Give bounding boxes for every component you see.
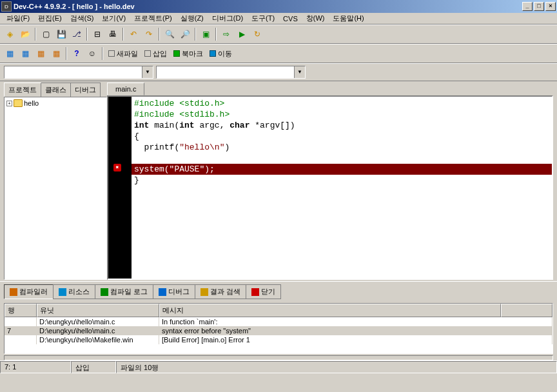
compile-run-icon[interactable]: ▶ xyxy=(235,27,249,41)
menu-file[interactable]: 파일(F) xyxy=(3,13,34,24)
status-lines: 파일의 10행 xyxy=(116,361,557,373)
grid-row[interactable]: D:\eungkyu\hello\Makefile.win [Build Err… xyxy=(5,335,552,344)
expand-icon[interactable]: + xyxy=(6,101,12,106)
separator xyxy=(35,28,36,41)
editor-tab-main[interactable]: main.c xyxy=(107,83,144,95)
combo-right[interactable] xyxy=(156,66,306,79)
code-line: int main(int argc, char *argv[]) xyxy=(134,120,552,131)
folder-icon xyxy=(14,99,23,107)
grid-row-selected[interactable]: 7 D:\eungkyu\hello\main.c syntax error b… xyxy=(5,326,552,335)
grid3-icon[interactable]: ▦ xyxy=(34,46,48,61)
undo-icon[interactable]: ↶ xyxy=(126,27,141,41)
newfile-button[interactable]: 새파일 xyxy=(106,49,141,59)
close-tab-icon xyxy=(251,288,259,296)
tree-root-node[interactable]: + hello xyxy=(6,99,105,108)
tab-close[interactable]: 닫기 xyxy=(246,284,281,299)
maximize-button[interactable]: □ xyxy=(534,2,544,11)
menu-view[interactable]: 보기(V) xyxy=(98,13,130,24)
compile-icon[interactable]: ▣ xyxy=(199,27,213,41)
code-line: } xyxy=(134,175,552,186)
menu-tools[interactable]: 도구(T) xyxy=(248,13,278,24)
menu-project[interactable]: 프로젝트(P) xyxy=(130,13,176,24)
tab-compiler[interactable]: 컴파일러 xyxy=(4,284,54,299)
window-controls: _ □ × xyxy=(522,2,556,11)
close-file-icon[interactable]: ⊟ xyxy=(90,27,104,41)
replace-icon[interactable]: 🔎 xyxy=(178,27,192,41)
status-position: 7: 1 xyxy=(0,361,71,373)
tab-log[interactable]: 컴파일 로그 xyxy=(95,284,153,299)
redo-icon[interactable]: ↷ xyxy=(142,27,156,41)
about-icon[interactable]: ☺ xyxy=(85,46,99,61)
print-icon[interactable]: 🖶 xyxy=(106,27,120,41)
menu-search[interactable]: 검색(S) xyxy=(66,13,98,24)
separator xyxy=(122,28,124,41)
combo-bar xyxy=(0,63,557,81)
code-line: printf("hello\n") xyxy=(134,142,552,153)
separator xyxy=(66,47,67,60)
window-title: Dev-C++ 4.9.9.2 - [ hello ] - hello.dev xyxy=(14,3,522,10)
header-msg[interactable]: 메시지 xyxy=(159,304,501,317)
bookmark-label: 북마크 xyxy=(182,49,203,59)
resource-icon xyxy=(59,288,66,296)
header-unit[interactable]: 유닛 xyxy=(37,304,159,317)
new-file-icon[interactable]: ▢ xyxy=(39,27,53,41)
code-line: #include <stdlib.h> xyxy=(134,109,552,120)
editor-gutter xyxy=(108,97,132,279)
tab-project[interactable]: 프로젝트 xyxy=(4,83,41,97)
new-project-icon[interactable]: ◈ xyxy=(3,27,17,41)
header-line[interactable]: 행 xyxy=(5,304,37,317)
project-tree[interactable]: + hello xyxy=(4,97,107,280)
status-mode: 삽입 xyxy=(71,361,116,373)
help-icon[interactable]: ? xyxy=(70,46,84,61)
separator xyxy=(102,47,103,60)
editor-tabs: main.c xyxy=(107,83,553,95)
separator xyxy=(195,28,196,41)
tab-class[interactable]: 클래스 xyxy=(41,83,71,97)
tab-debug[interactable]: 디버그 xyxy=(70,83,101,97)
rebuild-icon[interactable]: ↻ xyxy=(250,27,264,41)
code-editor[interactable]: #include <stdio.h> #include <stdlib.h> i… xyxy=(107,95,553,280)
code-line: #include <stdio.h> xyxy=(134,98,552,109)
code-line: { xyxy=(134,131,552,142)
log-icon xyxy=(101,288,108,296)
tab-debug-bottom[interactable]: 디버그 xyxy=(153,284,195,299)
grid-row-empty xyxy=(5,344,552,353)
grid4-icon[interactable]: ▦ xyxy=(49,46,63,61)
toolbar-main: ◈ 📂 ▢ 💾 ⎇ ⊟ 🖶 ↶ ↷ 🔍 🔎 ▣ ⇨ ▶ ↻ xyxy=(0,24,557,44)
compiler-output-grid[interactable]: 행 유닛 메시지 D:\eungkyu\hello\main.c In func… xyxy=(4,303,553,354)
insert-button[interactable]: 삽입 xyxy=(142,49,170,59)
menu-debug[interactable]: 디버그(D) xyxy=(208,13,247,24)
menu-window[interactable]: 창(W) xyxy=(302,13,329,24)
combo-left[interactable] xyxy=(4,66,153,79)
menu-run[interactable]: 실행(Z) xyxy=(177,13,208,24)
menu-help[interactable]: 도움말(H) xyxy=(329,13,367,24)
separator xyxy=(215,28,217,41)
scroll-area[interactable] xyxy=(4,355,553,360)
grid-row[interactable]: D:\eungkyu\hello\main.c In function `mai… xyxy=(5,317,552,326)
header-blank[interactable] xyxy=(501,304,552,317)
close-button[interactable]: × xyxy=(545,2,556,11)
editor-area: main.c #include <stdio.h> #include <stdl… xyxy=(107,83,553,280)
code-area[interactable]: #include <stdio.h> #include <stdlib.h> i… xyxy=(132,97,552,279)
tab-results[interactable]: 결과 검색 xyxy=(195,284,246,299)
find-icon[interactable]: 🔍 xyxy=(162,27,177,41)
grid1-icon[interactable]: ▦ xyxy=(3,46,17,61)
bottom-tabs: 컴파일러 리소스 컴파일 로그 디버그 결과 검색 닫기 xyxy=(0,281,557,302)
sidebar-tabs: 프로젝트 클래스 디버그 xyxy=(4,83,107,97)
save-all-icon[interactable]: ⎇ xyxy=(70,27,84,41)
menu-cvs[interactable]: CVS xyxy=(279,14,302,23)
open-icon[interactable]: 📂 xyxy=(18,27,32,41)
work-area: 프로젝트 클래스 디버그 + hello main.c #include <st… xyxy=(0,81,557,281)
separator xyxy=(159,28,160,41)
menu-edit[interactable]: 편집(E) xyxy=(34,13,66,24)
toolbar-secondary: ▦ ▦ ▦ ▦ ? ☺ 새파일 삽입 북마크 이동 xyxy=(0,44,557,63)
bookmark-button[interactable]: 북마크 xyxy=(171,49,206,59)
grid2-icon[interactable]: ▦ xyxy=(18,46,32,61)
save-icon[interactable]: 💾 xyxy=(54,27,68,41)
run-icon[interactable]: ⇨ xyxy=(219,27,233,41)
error-icon: ✖ xyxy=(113,164,121,172)
minimize-button[interactable]: _ xyxy=(522,2,533,11)
goto-label: 이동 xyxy=(218,49,232,59)
tab-resource[interactable]: 리소스 xyxy=(53,284,95,299)
goto-button[interactable]: 이동 xyxy=(207,49,235,59)
